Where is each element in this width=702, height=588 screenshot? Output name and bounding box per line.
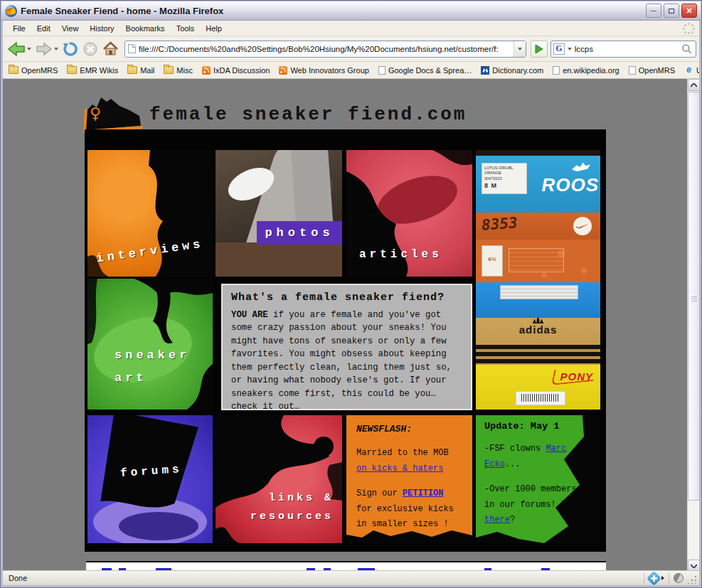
- adidas-brand: adidas: [476, 324, 600, 336]
- back-button[interactable]: [6, 38, 33, 60]
- forward-button[interactable]: [34, 38, 60, 60]
- restore-button[interactable]: [664, 4, 679, 18]
- minimize-button[interactable]: ─: [646, 4, 661, 18]
- tile-forums[interactable]: forums: [87, 415, 213, 543]
- chevron-down-icon: [691, 564, 697, 568]
- tag-icon: [647, 570, 661, 585]
- roos-box-label: LOTUS ORG/BL ORANGE 00472023 8 M: [482, 163, 527, 194]
- forward-dropdown-icon[interactable]: [54, 48, 58, 50]
- bookmark-misc-folder[interactable]: Misc: [164, 66, 193, 75]
- tile-articles[interactable]: articles: [346, 150, 472, 277]
- tile-photos[interactable]: photos: [216, 150, 342, 277]
- site-title: female sneaker fiend.com: [149, 104, 467, 125]
- home-button[interactable]: [101, 38, 120, 60]
- forums-there-link[interactable]: there: [484, 515, 510, 525]
- tile-links-resources[interactable]: links &resources: [216, 415, 342, 543]
- menu-bookmarks[interactable]: Bookmarks: [120, 22, 171, 35]
- go-button[interactable]: [531, 41, 548, 58]
- caret-right-icon: [661, 576, 664, 580]
- about-lead: YOU ARE: [231, 310, 268, 320]
- bookmark-mail-folder[interactable]: Mail: [127, 66, 154, 75]
- location-bar[interactable]: [124, 41, 526, 58]
- reload-button[interactable]: [61, 38, 80, 60]
- newsflash-item-2: Sign our PETITION for exclusive kicks in…: [356, 486, 464, 533]
- site-content: interviews photos: [85, 129, 606, 552]
- bookmark-web-innovators[interactable]: Web Innovators Group: [279, 66, 368, 75]
- menu-help[interactable]: Help: [200, 22, 228, 35]
- update-heading: Update: May 1: [484, 421, 593, 432]
- barcode-label: [516, 391, 565, 405]
- pony-shoebox: PONY: [476, 365, 600, 410]
- url-dropdown-button[interactable]: [514, 41, 526, 57]
- back-dropdown-icon[interactable]: [27, 48, 31, 50]
- adidas-shoebox: adidas: [476, 318, 600, 365]
- bookmark-emr-wikis-folder[interactable]: EMR Wikis: [67, 66, 118, 75]
- nike-box-lid: 8353: [476, 213, 600, 240]
- newsflash-heading: NEWSFLASH:: [356, 424, 464, 434]
- photo-shapes: [216, 150, 342, 277]
- nike-swoosh-icon: [573, 217, 592, 235]
- restore-icon: [669, 9, 674, 14]
- tile-sneaker-art[interactable]: sneakerart: [87, 279, 213, 410]
- roos-shoebox: LOTUS ORG/BL ORANGE 00472023 8 M ROOS: [476, 156, 600, 213]
- bookmark-ixda-discussion[interactable]: IxDA Discussion: [202, 66, 270, 75]
- page-viewport: ♀ female sneaker fiend.com interviews: [3, 79, 687, 572]
- update-block: Update: May 1 -FSF clowns Marc Ecko... -…: [476, 415, 600, 543]
- scroll-up-button[interactable]: [688, 79, 700, 91]
- menu-tools[interactable]: Tools: [171, 22, 201, 35]
- bookmark-untitled[interactable]: eUntitled: [684, 65, 699, 75]
- window-title: Female Sneaker Fiend - home - Mozilla Fi…: [21, 6, 644, 16]
- nike-box-body: 6½: [476, 240, 600, 282]
- google-engine-icon[interactable]: G: [553, 43, 565, 55]
- menu-view[interactable]: View: [56, 22, 85, 35]
- torn-shape: [87, 415, 213, 543]
- blue-box-label: [500, 285, 578, 299]
- browser-window: Female Sneaker Fiend - home - Mozilla Fi…: [0, 0, 702, 588]
- bookmark-wikipedia[interactable]: en.wikipedia.org: [553, 66, 619, 75]
- chevron-up-icon: [691, 83, 697, 87]
- footer-links-strip[interactable]: [86, 561, 606, 570]
- site-logo[interactable]: ♀ female sneaker fiend.com: [83, 96, 467, 133]
- bookmark-openmrs-page[interactable]: OpenMRS: [629, 66, 675, 75]
- bookmarks-toolbar: OpenMRS EMR Wikis Mail Misc IxDA Discuss…: [3, 62, 699, 79]
- search-bar[interactable]: G: [551, 41, 696, 58]
- scrollbar-thumb[interactable]: [688, 92, 700, 501]
- close-button[interactable]: ✕: [681, 4, 697, 18]
- resize-grip[interactable]: [688, 574, 697, 584]
- adblock-icon[interactable]: [674, 573, 684, 583]
- tile-links-label: links &resources: [250, 489, 334, 525]
- petition-link[interactable]: PETITION: [403, 488, 444, 498]
- menu-edit[interactable]: Edit: [31, 22, 56, 35]
- about-block: What's a female sneaker fiend? YOU ARE i…: [221, 284, 472, 410]
- bookmark-openmrs-folder[interactable]: OpenMRS: [9, 66, 58, 75]
- update-item-2: -Over 1000 members in our forums! R-U th…: [484, 482, 585, 528]
- roos-brand: ROOS: [541, 174, 599, 196]
- handwritten-number: 8353: [481, 214, 518, 233]
- menu-file[interactable]: File: [7, 22, 31, 35]
- ie-icon: e: [684, 65, 693, 75]
- folder-icon: [127, 66, 137, 74]
- bookmark-google-docs[interactable]: Google Docs & Sprea…: [378, 66, 472, 75]
- kicks-haters-link[interactable]: on kicks & haters: [356, 464, 443, 474]
- search-input[interactable]: [572, 45, 682, 53]
- tile-sneaker-art-label: sneakerart: [115, 344, 190, 390]
- go-arrow-icon: [534, 44, 544, 54]
- vertical-scrollbar[interactable]: [687, 79, 699, 572]
- page-icon: [378, 66, 385, 75]
- url-input[interactable]: [139, 45, 514, 53]
- stop-button[interactable]: [81, 38, 100, 60]
- stop-icon: [83, 41, 98, 57]
- menu-history[interactable]: History: [84, 22, 119, 35]
- throbber-icon: [684, 23, 695, 34]
- tile-interviews[interactable]: interviews: [87, 150, 213, 277]
- rss-icon: [202, 66, 211, 75]
- navigation-toolbar: G: [3, 36, 699, 62]
- divider: [644, 573, 644, 584]
- photos-banner: photos: [257, 221, 342, 245]
- shoebox-stack-photo: LOTUS ORG/BL ORANGE 00472023 8 M ROOS 83…: [476, 150, 600, 410]
- tag-extension-button[interactable]: [649, 573, 664, 584]
- bookmark-dictionary[interactable]: Dictionary.com: [481, 66, 543, 75]
- search-icon[interactable]: [681, 43, 693, 55]
- folder-icon: [67, 66, 77, 74]
- page-icon: [629, 66, 636, 75]
